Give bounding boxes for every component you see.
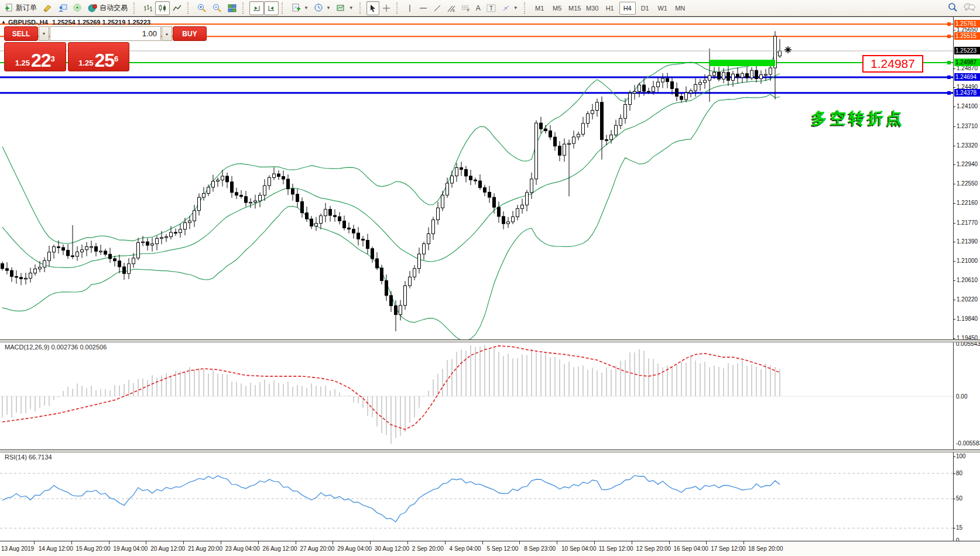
candle-chart-button[interactable] [155,1,170,15]
macd-axis-label: 0.00 [956,393,967,400]
profiles-icon [58,4,67,12]
support-zone-rectangle[interactable] [710,60,775,66]
line-chart-button[interactable] [170,1,184,15]
indicators-button[interactable]: ▼ [289,1,311,15]
styles-icon [43,4,52,12]
new-order-label: 新订单 [16,3,37,13]
price-tick-mark [953,203,955,204]
horizontal-level-line[interactable] [0,91,953,95]
buy-price-button[interactable]: 1.25 25 6 [68,42,130,71]
timeframe-button-m1[interactable]: M1 [532,2,548,15]
price-tick-label: 1.23710 [957,123,978,129]
vertical-line-button[interactable] [403,1,416,15]
timeframe-button-m30[interactable]: M30 [584,2,601,15]
time-axis-tick [557,541,557,544]
time-axis-tick [296,541,296,544]
timeframe-button-d1[interactable]: D1 [637,2,653,15]
volume-decrease-button[interactable]: ▼ [39,26,49,41]
candlesticks [1,31,782,331]
time-axis-tick [34,541,35,544]
timeframe-button-m5[interactable]: M5 [549,2,566,15]
price-scale-border [953,17,954,556]
fibonacci-button[interactable]: F [458,1,473,15]
autotrading-button[interactable]: 自动交易 [85,1,131,15]
rsi-axis-label: 50 [956,495,962,502]
signal-button[interactable] [70,1,85,15]
bid-prefix: 1.25 [15,57,30,69]
price-tick-mark [953,300,955,300]
rsi-axis-label: 80 [956,470,962,476]
trendline-button[interactable] [430,1,444,15]
time-axis-label: 16 Sep 04:00 [673,545,708,552]
price-tick-mark [953,87,955,88]
bar-chart-button[interactable] [141,1,155,15]
price-tick-mark [953,242,955,242]
time-scale[interactable]: 13 Aug 201914 Aug 12:0015 Aug 20:0019 Au… [0,541,980,556]
timeframe-button-h1[interactable]: H1 [602,2,618,15]
styles-button[interactable] [40,1,55,15]
price-tick-label: 1.21770 [957,219,978,226]
profiles-button[interactable] [55,1,70,15]
sell-price-button[interactable]: 1.25 22 3 [4,42,66,71]
time-axis-label: 20 Aug 12:00 [150,545,185,552]
autotrading-icon [88,4,97,12]
panel-separator[interactable] [0,339,980,342]
timeframe-button-h4[interactable]: H4 [619,2,636,15]
time-axis-tick [183,541,184,544]
time-axis-label: 19 Aug 04:00 [113,545,148,552]
toolbar-separator [524,2,528,14]
templates-button[interactable]: ▼ [334,1,357,15]
time-axis-label: 13 Aug 2019 [1,545,34,552]
horizontal-level-line[interactable] [0,75,953,79]
price-badge-support: 1.24694 [954,73,980,81]
horizontal-level-line[interactable] [0,61,953,64]
chat-icon[interactable] [964,3,975,13]
time-axis-tick [632,541,632,544]
periods-button[interactable]: ▼ [311,1,334,15]
tile-windows-button[interactable] [225,1,239,15]
volume-input[interactable] [50,26,161,41]
cursor-button[interactable] [366,1,379,15]
price-badge-support: 1.24987 [954,59,980,66]
text-button[interactable]: A [473,1,484,15]
search-icon[interactable] [948,2,958,13]
cursor-marker-icon [784,46,791,53]
price-tick-mark [953,338,955,339]
window-expand-icon[interactable]: ▲ [1,19,6,25]
zoom-in-button[interactable] [194,1,210,15]
buy-button[interactable]: BUY [173,26,207,41]
price-tick-mark [953,107,955,107]
timeframe-button-m15[interactable]: M15 [567,2,583,15]
timeframe-button-w1[interactable]: W1 [655,2,671,15]
price-tick-mark [953,280,955,281]
channel-button[interactable]: E [444,1,458,15]
time-axis-tick [333,541,333,544]
horizontal-line-button[interactable] [416,1,430,15]
time-axis-label: 27 Aug 20:00 [300,545,334,552]
price-callout-label[interactable]: 1.24987 [862,55,923,73]
crosshair-button[interactable] [379,1,393,15]
chinese-annotation[interactable]: 多空转折点 [811,108,905,129]
panel-separator[interactable] [0,449,980,452]
price-chart-panel[interactable] [0,17,980,339]
timeframe-button-mn[interactable]: MN [672,2,688,15]
chart-shift-button[interactable] [264,1,279,15]
time-axis-tick [482,541,483,544]
price-tick-mark [953,30,955,30]
macd-histogram [2,345,780,444]
text-label-button[interactable]: T [484,1,499,15]
price-tick-mark [953,261,955,262]
dropdown-caret: ▼ [513,5,518,11]
time-axis-tick [71,541,72,544]
rsi-axis-label: 15 [956,524,962,531]
new-order-button[interactable]: 新订单 [2,1,40,15]
zoom-out-button[interactable] [210,1,225,15]
new-order-icon [5,4,13,12]
arrows-button[interactable]: ▼ [499,1,521,15]
time-axis-tick [370,541,371,544]
volume-increase-button[interactable]: ▲ [162,26,172,41]
price-tick-label: 1.22160 [957,200,978,206]
sell-button[interactable]: SELL [4,26,38,41]
auto-scroll-button[interactable] [249,1,264,15]
price-tick-mark [953,164,955,165]
